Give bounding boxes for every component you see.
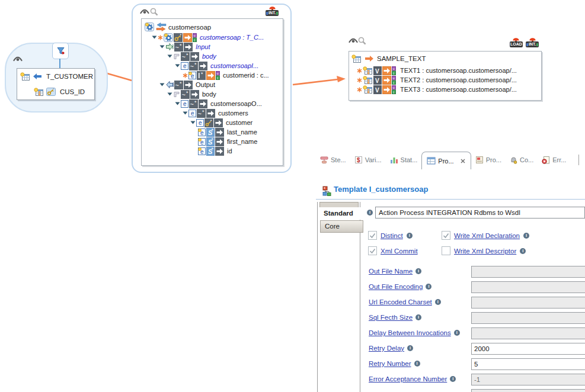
caret-icon[interactable] — [159, 83, 165, 86]
svg-text:*: * — [180, 81, 182, 86]
checkbox[interactable] — [442, 231, 450, 240]
integration-badge[interactable]: INT. — [266, 2, 279, 16]
caret-icon[interactable] — [183, 111, 188, 115]
integration-badge[interactable]: INT. — [526, 34, 539, 47]
caret-icon[interactable] — [167, 92, 172, 96]
star-icon — [357, 87, 362, 92]
caret-icon[interactable] — [190, 121, 196, 124]
tree-node[interactable]: eS*last_name — [142, 127, 283, 137]
badges-icon: uI — [392, 66, 396, 75]
preview-eye-icon[interactable] — [349, 37, 358, 44]
field-input[interactable] — [471, 358, 585, 370]
caret-icon[interactable] — [167, 54, 172, 58]
caret-icon[interactable] — [152, 36, 157, 39]
darrow-icon — [206, 109, 215, 118]
tree-node[interactable]: e~*customersoapO... — [142, 99, 283, 108]
badges-icon: uI — [193, 33, 197, 42]
tab-vari[interactable]: $Vari... — [350, 152, 386, 168]
target-table-row[interactable]: SAMPLE_TEXT — [349, 52, 541, 66]
tab-co[interactable]: Co... — [506, 152, 538, 168]
checkbox[interactable] — [368, 231, 377, 240]
tabbar-separator — [578, 155, 579, 165]
target-column-label: TEXT2 : customersoap.customersoap/... — [400, 76, 517, 83]
field-label-link[interactable]: Out File Encoding — [369, 283, 423, 290]
field-label-link[interactable]: Delay Between Invocations — [369, 329, 451, 336]
field-label-link[interactable]: Retry Delay — [369, 345, 404, 352]
sidetab-standard[interactable]: Standard — [318, 207, 365, 220]
tree-node[interactable]: ~*body — [142, 89, 283, 99]
tree-node[interactable]: ~*Output — [142, 80, 283, 89]
tree-node[interactable]: e*customer — [142, 118, 283, 127]
field-label-row: Error Acceptance Numberi — [369, 375, 456, 383]
tree-node[interactable]: e~*customersoapI... — [142, 61, 283, 70]
tab-pro[interactable]: Pro... — [421, 152, 471, 169]
tree-node-label: id — [227, 147, 232, 155]
svg-text:V: V — [375, 68, 379, 74]
preview-eye-icon[interactable] — [140, 8, 149, 15]
source-table-row[interactable]: T_CUSTOMER — [17, 69, 94, 84]
checkbox[interactable] — [368, 246, 377, 255]
svg-text:V: V — [375, 86, 379, 93]
ebox-icon: e — [188, 110, 196, 117]
tree-node[interactable]: ~*body — [142, 52, 283, 61]
source-group[interactable]: T_CUSTOMER * CUS_ID — [5, 43, 108, 113]
caret-icon[interactable] — [175, 64, 180, 68]
preview-eye-icon[interactable] — [13, 56, 23, 62]
tree-node[interactable]: eS*first_name — [142, 137, 283, 146]
field-label-link[interactable]: Url Encoded Charset — [369, 298, 432, 306]
sidetab-core[interactable]: Core — [320, 220, 363, 233]
xml-structure-panel[interactable]: INT. customersoap *uIcustomersoap : T_C.… — [132, 4, 292, 173]
source-table-box[interactable]: T_CUSTOMER * CUS_ID — [17, 68, 95, 100]
sbox-icon: S* — [206, 137, 215, 146]
field-label-link[interactable]: Retry Number — [369, 360, 411, 367]
checkbox-item: Distincti — [368, 231, 413, 240]
caret-icon[interactable] — [175, 102, 180, 105]
tree-node[interactable]: *uIcustomersoap : T_C... — [142, 33, 283, 42]
magnifier-icon[interactable] — [358, 37, 366, 45]
info-icon: i — [454, 330, 460, 336]
checkbox-label-link[interactable]: Write Xml Descriptor — [454, 248, 516, 255]
target-panel[interactable]: LOAD INT. SAMPLE_TEXT VuITEXT1 : custome… — [347, 33, 549, 102]
tab-pro[interactable]: Pro... — [471, 152, 506, 168]
target-column-row[interactable]: VuITEXT3 : customersoap.customersoap/... — [349, 85, 541, 94]
tab-ste[interactable]: Ste... — [316, 152, 350, 168]
load-badge[interactable]: LOAD — [510, 34, 523, 47]
field-label-link[interactable]: Sql Fecth Size — [369, 314, 413, 321]
info-icon: i — [426, 284, 431, 290]
xml-tree: *uIcustomersoap : T_C...~*Input~*bodye~*… — [142, 33, 283, 156]
sbox-icon: S* — [206, 128, 215, 137]
checkbox-label-link[interactable]: Write Xml Declaration — [454, 232, 520, 239]
close-tab-icon[interactable] — [460, 158, 466, 164]
tree-node[interactable]: e*uIcustomerid : c... — [142, 70, 283, 80]
description-input[interactable] — [375, 207, 585, 219]
darrow-icon — [190, 52, 199, 61]
checkbox-label-link[interactable]: Xml Commit — [381, 248, 418, 255]
tree-node[interactable]: eS*id — [142, 146, 283, 156]
magnifier-icon[interactable] — [150, 8, 158, 16]
sbox-icon: S* — [206, 147, 215, 156]
caret-icon[interactable] — [159, 45, 165, 49]
field-label-row: Url Encoded Charseti — [369, 298, 441, 306]
info-icon: i — [415, 314, 421, 320]
target-column-row[interactable]: VuITEXT1 : customersoap.customersoap/... — [349, 66, 541, 75]
tree-node[interactable]: e~*customers — [142, 108, 283, 118]
ebulb-icon: e — [188, 72, 196, 79]
source-column-row[interactable]: * CUS_ID — [17, 84, 94, 99]
oarrow-icon — [382, 66, 391, 75]
target-column-row[interactable]: VuITEXT2 : customersoap.customersoap/... — [349, 75, 541, 85]
svg-text:u: u — [393, 86, 395, 89]
xml-tree-root[interactable]: customersoap — [142, 21, 283, 33]
variables-icon: $ — [354, 156, 363, 164]
tab-stat[interactable]: Stat... — [386, 152, 422, 168]
gearbulb-icon — [164, 33, 173, 42]
filter-tool-button[interactable] — [52, 43, 69, 59]
field-input[interactable] — [471, 343, 585, 355]
tab-err[interactable]: Err... — [538, 152, 570, 168]
badges-icon: uI — [392, 85, 396, 94]
checkbox[interactable] — [442, 246, 450, 255]
field-label-link[interactable]: Out File Name — [369, 268, 413, 275]
target-table-box[interactable]: SAMPLE_TEXT VuITEXT1 : customersoap.cust… — [349, 51, 542, 101]
checkbox-label-link[interactable]: Distinct — [381, 232, 403, 239]
tree-node[interactable]: ~*Input — [142, 42, 283, 52]
field-label-link[interactable]: Error Acceptance Number — [369, 375, 447, 383]
